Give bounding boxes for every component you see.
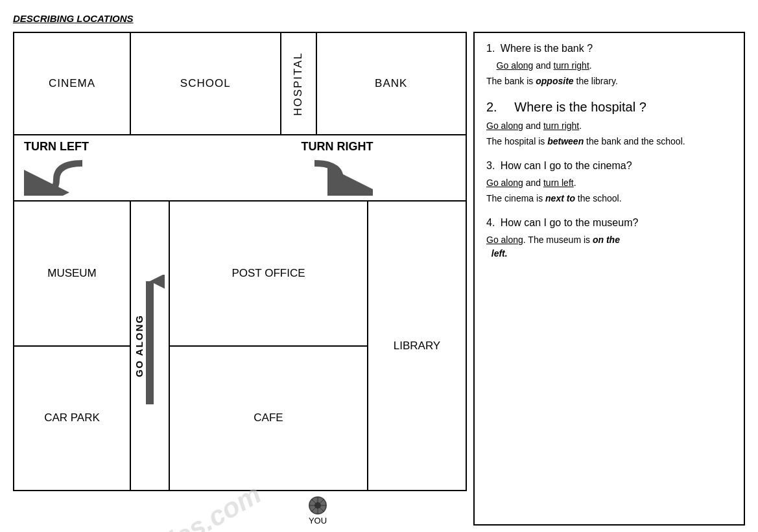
- cinema-label: CINEMA: [49, 77, 95, 90]
- q1-text: Where is the bank ?: [501, 43, 593, 54]
- post-cafe-col: POST OFFICE CAFE: [170, 202, 368, 490]
- post-office-label: POST OFFICE: [231, 267, 305, 280]
- cell-library: LIBRARY: [368, 202, 466, 490]
- cafe-label: CAFE: [254, 411, 283, 424]
- cell-carpark: CAR PARK: [14, 347, 130, 491]
- q2-keyword: between: [547, 136, 584, 146]
- cell-cinema: CINEMA: [14, 33, 131, 134]
- q1-ans-p2: turn right: [554, 60, 589, 71]
- question-1: 1. Where is the bank ? Go along and turn…: [486, 43, 732, 88]
- museum-carpark-area: MUSEUM CAR PARK: [14, 202, 131, 490]
- q2-text: Where is the hospital ?: [507, 100, 646, 114]
- q2-ans-p1: Go along: [486, 121, 523, 131]
- q3-number: 3.: [486, 160, 495, 171]
- library-label: LIBRARY: [394, 340, 440, 353]
- you-area: YOU: [169, 496, 467, 526]
- question-2: 2. Where is the hospital ? Go along and …: [486, 100, 732, 148]
- q3-keyword: next to: [545, 193, 575, 203]
- turn-left-label: TURN LEFT: [24, 140, 89, 154]
- turn-right-label: TURN RIGHT: [302, 140, 373, 154]
- q4-number: 4.: [486, 217, 495, 228]
- turn-left-area: TURN LEFT: [14, 140, 170, 196]
- question-4-title: 4. How can I go to the museum?: [486, 217, 732, 229]
- carpark-label: CAR PARK: [44, 411, 100, 424]
- question-3: 3. How can I go to the cinema? Go along …: [486, 160, 732, 205]
- q3-description: The cinema is next to the school.: [486, 192, 732, 205]
- q1-number: 1.: [486, 43, 495, 54]
- q1-description: The bank is opposite the library.: [486, 75, 732, 88]
- museum-label: MUSEUM: [47, 267, 97, 280]
- q3-ans-p2: turn left: [543, 178, 574, 188]
- right-panel: 1. Where is the bank ? Go along and turn…: [473, 32, 745, 526]
- bottom-row: MUSEUM CAR PARK: [13, 200, 467, 491]
- q3-answer: Go along and turn left.: [486, 176, 732, 190]
- hospital-label: HOSPITAL: [292, 52, 305, 116]
- question-2-title: 2. Where is the hospital ?: [486, 100, 732, 115]
- question-1-title: 1. Where is the bank ?: [486, 43, 732, 54]
- turn-right-area: TURN RIGHT: [170, 140, 466, 196]
- q4-ans-p1: Go along: [486, 235, 523, 245]
- q4-answer: Go along. The museum is on the left.: [486, 233, 732, 260]
- q3-text: How can I go to the cinema?: [501, 160, 632, 171]
- cell-cafe: CAFE: [170, 347, 368, 491]
- turn-left-arrow-icon: [24, 157, 95, 196]
- map-section: CINEMA SCHOOL HOSPITAL BANK TURN LEFT: [13, 32, 467, 526]
- cell-hospital: HOSPITAL: [281, 33, 317, 134]
- go-along-arrow-icon: [136, 275, 165, 417]
- q1-answer: Go along and turn right.: [486, 59, 732, 73]
- cell-bank: BANK: [317, 33, 466, 134]
- question-4: 4. How can I go to the museum? Go along.…: [486, 217, 732, 260]
- q2-number: 2.: [486, 100, 497, 114]
- you-icon: [309, 496, 327, 515]
- right-grid: POST OFFICE CAFE LIBRARY: [170, 202, 466, 490]
- you-label: YOU: [309, 516, 327, 526]
- q2-answer: Go along and turn right.: [486, 119, 732, 133]
- q1-keyword: opposite: [536, 76, 573, 86]
- page-title: DESCRIBING LOCATIONS: [13, 13, 745, 24]
- q2-description: The hospital is between the bank and the…: [486, 135, 732, 148]
- q4-text: How can I go to the museum?: [501, 217, 639, 228]
- school-label: SCHOOL: [180, 77, 231, 90]
- cell-school: SCHOOL: [131, 33, 281, 134]
- main-content: CINEMA SCHOOL HOSPITAL BANK TURN LEFT: [13, 32, 745, 526]
- cell-post-office: POST OFFICE: [170, 202, 368, 347]
- turn-right-arrow-icon: [302, 157, 373, 196]
- q3-ans-p1: Go along: [486, 178, 523, 188]
- road-column: GO ALONG: [131, 202, 170, 490]
- q1-ans-p1: Go along: [497, 60, 534, 71]
- bank-label: BANK: [375, 77, 407, 90]
- q2-ans-p2: turn right: [543, 121, 579, 131]
- street-row: TURN LEFT TURN RIGHT: [13, 135, 467, 200]
- question-3-title: 3. How can I go to the cinema?: [486, 160, 732, 172]
- cell-museum: MUSEUM: [14, 202, 130, 347]
- top-row: CINEMA SCHOOL HOSPITAL BANK: [13, 32, 467, 135]
